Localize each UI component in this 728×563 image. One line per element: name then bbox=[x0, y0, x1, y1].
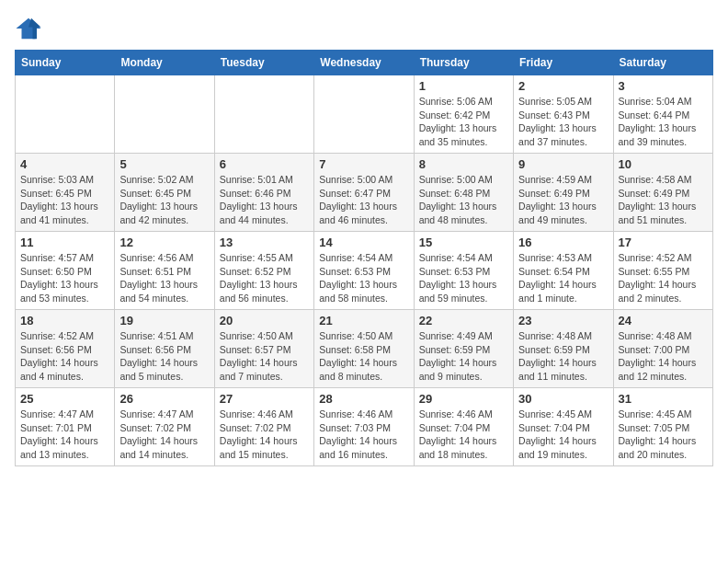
day-number: 13 bbox=[220, 236, 309, 249]
day-info: Sunrise: 4:53 AM Sunset: 6:54 PM Dayligh… bbox=[518, 251, 608, 305]
day-info: Sunrise: 5:02 AM Sunset: 6:45 PM Dayligh… bbox=[119, 173, 209, 227]
calendar-cell: 8Sunrise: 5:00 AM Sunset: 6:48 PM Daylig… bbox=[414, 154, 513, 232]
day-number: 30 bbox=[518, 392, 608, 406]
day-number: 2 bbox=[518, 79, 608, 93]
calendar-cell: 20Sunrise: 4:50 AM Sunset: 6:57 PM Dayli… bbox=[214, 310, 313, 388]
day-of-week-header: Thursday bbox=[414, 51, 513, 75]
calendar-cell: 24Sunrise: 4:48 AM Sunset: 7:00 PM Dayli… bbox=[613, 310, 712, 388]
calendar-week-row: 18Sunrise: 4:52 AM Sunset: 6:56 PM Dayli… bbox=[16, 310, 713, 388]
calendar-cell: 16Sunrise: 4:53 AM Sunset: 6:54 PM Dayli… bbox=[514, 232, 613, 310]
page-header bbox=[15, 15, 713, 42]
day-number: 20 bbox=[220, 314, 309, 327]
day-of-week-header: Wednesday bbox=[314, 51, 414, 75]
day-number: 31 bbox=[619, 392, 708, 406]
calendar-week-row: 25Sunrise: 4:47 AM Sunset: 7:01 PM Dayli… bbox=[16, 388, 713, 466]
day-info: Sunrise: 4:46 AM Sunset: 7:02 PM Dayligh… bbox=[220, 408, 309, 462]
day-info: Sunrise: 4:54 AM Sunset: 6:53 PM Dayligh… bbox=[319, 251, 408, 305]
calendar-week-row: 1Sunrise: 5:06 AM Sunset: 6:42 PM Daylig… bbox=[16, 75, 713, 154]
day-info: Sunrise: 5:06 AM Sunset: 6:42 PM Dayligh… bbox=[419, 95, 508, 149]
calendar-cell: 13Sunrise: 4:55 AM Sunset: 6:52 PM Dayli… bbox=[214, 232, 313, 310]
day-number: 11 bbox=[20, 236, 109, 249]
day-number: 27 bbox=[220, 392, 309, 406]
logo bbox=[15, 15, 46, 42]
calendar-cell: 22Sunrise: 4:49 AM Sunset: 6:59 PM Dayli… bbox=[414, 310, 513, 388]
day-number: 1 bbox=[419, 79, 508, 93]
calendar-cell: 27Sunrise: 4:46 AM Sunset: 7:02 PM Dayli… bbox=[214, 388, 313, 466]
calendar-cell bbox=[16, 75, 115, 154]
day-number: 26 bbox=[119, 392, 209, 406]
day-info: Sunrise: 4:50 AM Sunset: 6:58 PM Dayligh… bbox=[319, 329, 408, 384]
calendar-cell: 17Sunrise: 4:52 AM Sunset: 6:55 PM Dayli… bbox=[613, 232, 712, 310]
calendar-cell: 30Sunrise: 4:45 AM Sunset: 7:04 PM Dayli… bbox=[514, 388, 613, 466]
calendar-cell: 25Sunrise: 4:47 AM Sunset: 7:01 PM Dayli… bbox=[16, 388, 115, 466]
day-info: Sunrise: 5:04 AM Sunset: 6:44 PM Dayligh… bbox=[619, 95, 708, 149]
calendar-cell: 9Sunrise: 4:59 AM Sunset: 6:49 PM Daylig… bbox=[514, 154, 613, 232]
day-info: Sunrise: 4:47 AM Sunset: 7:02 PM Dayligh… bbox=[119, 408, 209, 462]
calendar-week-row: 11Sunrise: 4:57 AM Sunset: 6:50 PM Dayli… bbox=[16, 232, 713, 310]
calendar-cell: 14Sunrise: 4:54 AM Sunset: 6:53 PM Dayli… bbox=[314, 232, 414, 310]
calendar-cell: 26Sunrise: 4:47 AM Sunset: 7:02 PM Dayli… bbox=[115, 388, 214, 466]
calendar-cell: 15Sunrise: 4:54 AM Sunset: 6:53 PM Dayli… bbox=[414, 232, 513, 310]
calendar-cell: 21Sunrise: 4:50 AM Sunset: 6:58 PM Dayli… bbox=[314, 310, 414, 388]
day-number: 17 bbox=[619, 236, 708, 249]
day-number: 16 bbox=[518, 236, 608, 249]
calendar-cell: 18Sunrise: 4:52 AM Sunset: 6:56 PM Dayli… bbox=[16, 310, 115, 388]
calendar-cell: 23Sunrise: 4:48 AM Sunset: 6:59 PM Dayli… bbox=[514, 310, 613, 388]
day-info: Sunrise: 4:46 AM Sunset: 7:04 PM Dayligh… bbox=[419, 408, 508, 462]
day-number: 28 bbox=[319, 392, 408, 406]
day-info: Sunrise: 4:46 AM Sunset: 7:03 PM Dayligh… bbox=[319, 408, 408, 462]
day-info: Sunrise: 4:49 AM Sunset: 6:59 PM Dayligh… bbox=[419, 329, 508, 384]
day-info: Sunrise: 5:00 AM Sunset: 6:47 PM Dayligh… bbox=[319, 173, 408, 227]
day-info: Sunrise: 4:58 AM Sunset: 6:49 PM Dayligh… bbox=[619, 173, 708, 227]
calendar-cell: 19Sunrise: 4:51 AM Sunset: 6:56 PM Dayli… bbox=[115, 310, 214, 388]
calendar-cell: 6Sunrise: 5:01 AM Sunset: 6:46 PM Daylig… bbox=[214, 154, 313, 232]
calendar-cell: 12Sunrise: 4:56 AM Sunset: 6:51 PM Dayli… bbox=[115, 232, 214, 310]
calendar-table: SundayMondayTuesdayWednesdayThursdayFrid… bbox=[15, 50, 713, 466]
day-info: Sunrise: 5:03 AM Sunset: 6:45 PM Dayligh… bbox=[20, 173, 109, 227]
day-number: 4 bbox=[20, 157, 109, 171]
day-info: Sunrise: 4:45 AM Sunset: 7:04 PM Dayligh… bbox=[518, 408, 608, 462]
calendar-cell bbox=[314, 75, 414, 154]
day-info: Sunrise: 5:00 AM Sunset: 6:48 PM Dayligh… bbox=[419, 173, 508, 227]
calendar-cell: 29Sunrise: 4:46 AM Sunset: 7:04 PM Dayli… bbox=[414, 388, 513, 466]
calendar-cell: 2Sunrise: 5:05 AM Sunset: 6:43 PM Daylig… bbox=[514, 75, 613, 154]
day-info: Sunrise: 4:48 AM Sunset: 6:59 PM Dayligh… bbox=[518, 329, 608, 384]
day-of-week-header: Tuesday bbox=[214, 51, 313, 75]
day-number: 5 bbox=[119, 157, 209, 171]
day-number: 21 bbox=[319, 314, 408, 327]
calendar-cell: 11Sunrise: 4:57 AM Sunset: 6:50 PM Dayli… bbox=[16, 232, 115, 310]
day-number: 19 bbox=[119, 314, 209, 327]
day-info: Sunrise: 4:59 AM Sunset: 6:49 PM Dayligh… bbox=[518, 173, 608, 227]
day-info: Sunrise: 4:52 AM Sunset: 6:55 PM Dayligh… bbox=[619, 251, 708, 305]
day-info: Sunrise: 4:56 AM Sunset: 6:51 PM Dayligh… bbox=[119, 251, 209, 305]
day-info: Sunrise: 4:57 AM Sunset: 6:50 PM Dayligh… bbox=[20, 251, 109, 305]
day-number: 3 bbox=[619, 79, 708, 93]
day-info: Sunrise: 4:48 AM Sunset: 7:00 PM Dayligh… bbox=[619, 329, 708, 384]
day-info: Sunrise: 4:52 AM Sunset: 6:56 PM Dayligh… bbox=[20, 329, 109, 384]
calendar-cell: 28Sunrise: 4:46 AM Sunset: 7:03 PM Dayli… bbox=[314, 388, 414, 466]
day-info: Sunrise: 5:05 AM Sunset: 6:43 PM Dayligh… bbox=[518, 95, 608, 149]
day-number: 15 bbox=[419, 236, 508, 249]
day-info: Sunrise: 4:55 AM Sunset: 6:52 PM Dayligh… bbox=[220, 251, 309, 305]
calendar-cell: 5Sunrise: 5:02 AM Sunset: 6:45 PM Daylig… bbox=[115, 154, 214, 232]
day-of-week-header: Friday bbox=[514, 51, 613, 75]
day-info: Sunrise: 4:50 AM Sunset: 6:57 PM Dayligh… bbox=[220, 329, 309, 384]
day-number: 25 bbox=[20, 392, 109, 406]
day-info: Sunrise: 5:01 AM Sunset: 6:46 PM Dayligh… bbox=[220, 173, 309, 227]
day-info: Sunrise: 4:51 AM Sunset: 6:56 PM Dayligh… bbox=[119, 329, 209, 384]
day-info: Sunrise: 4:45 AM Sunset: 7:05 PM Dayligh… bbox=[619, 408, 708, 462]
calendar-cell: 1Sunrise: 5:06 AM Sunset: 6:42 PM Daylig… bbox=[414, 75, 513, 154]
day-number: 10 bbox=[619, 157, 708, 171]
day-number: 6 bbox=[220, 157, 309, 171]
day-number: 9 bbox=[518, 157, 608, 171]
calendar-header-row: SundayMondayTuesdayWednesdayThursdayFrid… bbox=[16, 51, 713, 75]
day-number: 7 bbox=[319, 157, 408, 171]
day-number: 14 bbox=[319, 236, 408, 249]
calendar-cell: 7Sunrise: 5:00 AM Sunset: 6:47 PM Daylig… bbox=[314, 154, 414, 232]
calendar-cell bbox=[214, 75, 313, 154]
calendar-cell: 3Sunrise: 5:04 AM Sunset: 6:44 PM Daylig… bbox=[613, 75, 712, 154]
calendar-week-row: 4Sunrise: 5:03 AM Sunset: 6:45 PM Daylig… bbox=[16, 154, 713, 232]
day-info: Sunrise: 4:47 AM Sunset: 7:01 PM Dayligh… bbox=[20, 408, 109, 462]
calendar-cell bbox=[115, 75, 214, 154]
calendar-cell: 4Sunrise: 5:03 AM Sunset: 6:45 PM Daylig… bbox=[16, 154, 115, 232]
